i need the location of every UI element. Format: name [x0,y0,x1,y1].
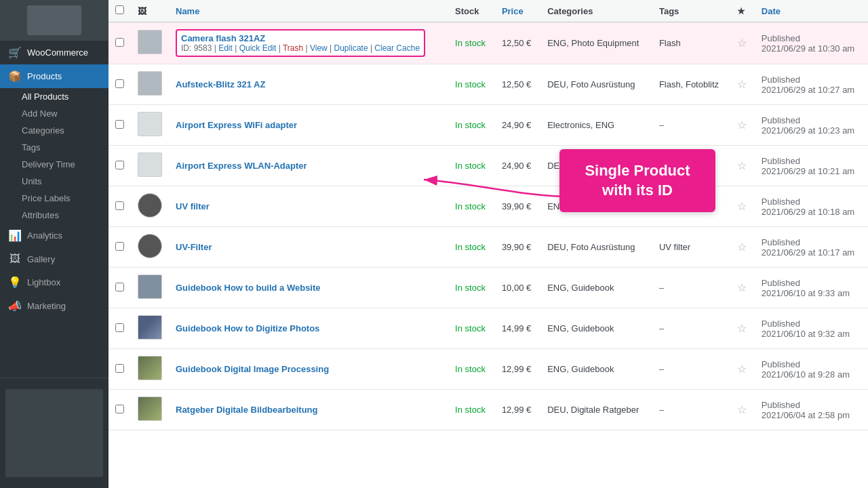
sidebar-subitem-units[interactable]: Units [0,173,108,190]
sidebar-subitem-price-labels[interactable]: Price Labels [0,190,108,207]
row-checkbox[interactable] [115,405,124,413]
price-value: 24,90 € [502,161,531,171]
product-name-link[interactable]: Guidebook Digital Image Processing [176,364,329,374]
sidebar-item-label: Gallery [27,254,55,264]
price-value: 12,50 € [502,38,531,48]
view-link[interactable]: View [310,43,328,53]
sidebar-subitem-delivery-time[interactable]: Delivery Time [0,156,108,173]
row-thumb-cell [131,64,169,105]
product-name-link[interactable]: Camera flash 321AZ [181,33,265,43]
sidebar-item-products[interactable]: 📦 Products [0,64,108,88]
product-name-link[interactable]: Ratgeber Digitale Bildbearbeitung [176,405,317,415]
row-price-cell: 12,99 € [495,349,540,390]
duplicate-link[interactable]: Duplicate [334,43,368,53]
sidebar-subitem-add-new[interactable]: Add New [0,105,108,122]
select-all-checkbox[interactable] [115,5,124,14]
categories-value: DEU, Elektronik [547,161,610,171]
product-thumbnail [138,112,162,136]
row-categories-cell: DEU, Foto Ausrüstung [540,227,652,268]
date-value: 2021/06/04 at 2:58 pm [762,410,850,420]
row-thumb-cell [131,105,169,146]
sidebar: 🛒 WooCommerce 📦 Products All Products Ad… [0,0,108,488]
row-name-cell: Guidebook How to build a Website [169,268,448,308]
product-name-link[interactable]: UV-Filter [176,242,212,252]
stock-badge: In stock [455,364,486,374]
row-checkbox[interactable] [115,283,124,291]
sidebar-subitem-tags[interactable]: Tags [0,139,108,156]
product-thumbnail [138,396,162,421]
product-name-link[interactable]: Guidebook How to Digitize Photos [176,323,319,333]
date-value: 2021/06/29 at 10:27 am [762,85,854,95]
product-name-link[interactable]: Aufsteck-Blitz 321 AZ [176,79,265,89]
product-name-box: Camera flash 321AZ ID: 9583 | Edit | Qui… [176,29,425,57]
sidebar-subitem-categories[interactable]: Categories [0,122,108,139]
row-name-cell: Camera flash 321AZ ID: 9583 | Edit | Qui… [169,22,448,64]
categories-value: ENG, Guidebook [547,283,614,293]
trash-link[interactable]: Trash [283,43,303,53]
row-checkbox[interactable] [115,38,124,47]
row-checkbox[interactable] [115,120,124,129]
date-sort-link[interactable]: Date [762,6,781,16]
quick-edit-link[interactable]: Quick Edit [239,43,277,53]
name-sort-link[interactable]: Name [176,6,199,16]
date-value: 2021/06/29 at 10:23 am [762,125,854,136]
sidebar-item-analytics[interactable]: 📊 Analytics [0,224,108,247]
row-checkbox[interactable] [115,201,124,210]
price-sort-link[interactable]: Price [502,6,524,16]
row-tags-cell: – [652,146,730,186]
row-checkbox[interactable] [115,79,124,88]
date-value: 2021/06/10 at 9:33 am [762,288,850,298]
product-thumbnail [138,234,162,258]
tags-value: Flash, Fotoblitz [659,79,719,89]
tags-value: Flash [659,38,681,48]
sidebar-subitem-all-products[interactable]: All Products [0,88,108,105]
header-date-col[interactable]: Date [755,0,868,22]
featured-star-button[interactable]: ☆ [737,200,747,213]
featured-star-button[interactable]: ☆ [737,37,747,49]
row-tags-cell: – [652,105,730,146]
date-value: 2021/06/10 at 9:32 am [762,329,850,339]
product-name-link[interactable]: Airport Express WiFi adapter [176,120,297,130]
table-row: Guidebook How to Digitize Photos In stoc… [108,308,868,349]
date-value: 2021/06/29 at 10:21 am [762,166,854,176]
row-checkbox[interactable] [115,242,124,251]
product-name-link[interactable]: UV filter [176,201,210,211]
row-featured-cell: ☆ [730,227,755,268]
product-thumbnail [138,71,162,96]
sidebar-item-gallery[interactable]: 🖼 Gallery [0,247,108,270]
featured-star-button[interactable]: ☆ [737,78,747,91]
edit-link[interactable]: Edit [218,43,233,53]
products-table: 🖼 Name Stock Price Categories Tags ★ Dat… [108,0,868,430]
row-thumb-cell [131,390,169,430]
row-checkbox[interactable] [115,323,124,332]
header-name-col[interactable]: Name [169,0,448,22]
subitem-label: Delivery Time [22,159,75,169]
product-name-link[interactable]: Guidebook How to build a Website [176,283,321,293]
featured-star-button[interactable]: ☆ [737,119,747,131]
clear-cache-link[interactable]: Clear Cache [374,43,420,53]
table-row: Aufsteck-Blitz 321 AZ In stock 12,50 € D… [108,64,868,105]
product-thumbnail [138,152,162,177]
featured-star-button[interactable]: ☆ [737,363,747,375]
featured-star-button[interactable]: ☆ [737,159,747,172]
header-categories-col: Categories [540,0,652,22]
row-checkbox[interactable] [115,161,124,169]
featured-star-button[interactable]: ☆ [737,403,747,416]
row-name-cell: Airport Express WLAN-Adapter [169,146,448,186]
row-name-cell: UV filter [169,186,448,227]
row-checkbox[interactable] [115,364,124,373]
tags-value: – [659,283,664,293]
featured-star-button[interactable]: ☆ [737,281,747,294]
sidebar-item-marketing[interactable]: 📣 Marketing [0,294,108,318]
product-name-link[interactable]: Airport Express WLAN-Adapter [176,161,307,171]
product-thumbnail [138,356,162,380]
row-featured-cell: ☆ [730,390,755,430]
row-price-cell: 12,99 € [495,390,540,430]
featured-star-button[interactable]: ☆ [737,241,747,253]
featured-star-button[interactable]: ☆ [737,322,747,335]
header-price-col[interactable]: Price [495,0,540,22]
row-tags-cell: Flash [652,22,730,64]
sidebar-item-lightbox[interactable]: 💡 Lightbox [0,270,108,294]
sidebar-subitem-attributes[interactable]: Attributes [0,207,108,224]
sidebar-item-woocommerce[interactable]: 🛒 WooCommerce [0,41,108,64]
